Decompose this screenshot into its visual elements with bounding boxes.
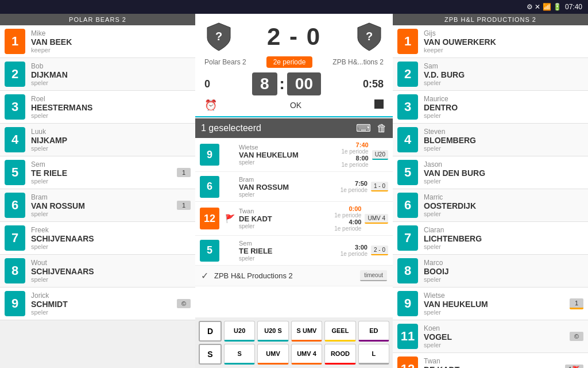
period-badge[interactable]: 2e periode (266, 56, 313, 68)
right-panel-header: ZPB H&L PRODUCTIONS 2 (393, 14, 588, 25)
list-item[interactable]: 1 Mike VAN BEEK keeper (0, 25, 195, 58)
player-last-name: BLOEMBERG (424, 136, 583, 145)
player-first-name: Maurice (424, 95, 583, 103)
player-role: speler (31, 210, 177, 217)
cards-section: D S U20U20 SS UMVGEELEDSUMVUMV 4ROODL (195, 317, 393, 368)
list-item[interactable]: 5 Jason VAN DEN BURG speler (393, 156, 588, 189)
list-item[interactable]: 6 Bram VAN ROSSUM speler 1 (0, 189, 195, 222)
list-item[interactable]: 6 Marric OOSTERDIJK speler (393, 189, 588, 222)
card-umv-button[interactable]: UMV (257, 344, 288, 365)
event-list: 9 Wietse VAN HEUKELUM speler 7:401e peri… (195, 138, 393, 266)
player-last-name: OOSTERDIJK (424, 201, 583, 210)
player-first-name: Ciaran (424, 226, 583, 234)
keyboard-icon[interactable]: ⌨ (356, 122, 371, 135)
list-item[interactable]: 5 Sem TE RIELE speler 1 (0, 156, 195, 189)
player-number: 2 (397, 62, 418, 87)
card-s-button[interactable]: S (224, 344, 255, 365)
events-header-label: 1 geselecteerd (201, 123, 261, 133)
player-first-name: Roel (31, 95, 191, 103)
event-first-name: Wietse (239, 144, 336, 151)
event-row[interactable]: 12🚩 Twan DE KADT speler 0:001e periode4:… (195, 202, 393, 236)
status-bar: ⚙ ✕ 📶 🔋 07:40 (0, 0, 588, 14)
list-item[interactable]: 7 Ciaran LICHTENBERG speler (393, 222, 588, 255)
event-last-name: DE KADT (239, 214, 330, 223)
event-row[interactable]: 9 Wietse VAN HEUKELUM speler 7:401e peri… (195, 138, 393, 172)
player-number: 1 (5, 29, 25, 54)
player-badge: 1 (177, 201, 191, 210)
list-item[interactable]: 9 Wietse VAN HEUKELUM speler 1 (393, 288, 588, 320)
list-item[interactable]: 7 Freek SCHIJVENAARS speler (0, 222, 195, 255)
ok-button[interactable]: OK (290, 101, 301, 110)
card-l-button[interactable]: L (358, 344, 389, 365)
player-info: Sem TE RIELE speler (31, 160, 177, 185)
card-sumv-button[interactable]: S UMV (291, 321, 322, 342)
left-panel-header: POLAR BEARS 2 (0, 14, 195, 25)
list-item[interactable]: 9 Jorick SCHMIDT speler © (0, 288, 195, 320)
player-role: speler (424, 178, 583, 185)
trash-icon[interactable]: 🗑 (377, 122, 387, 135)
list-item[interactable]: 3 Roel HEESTERMANS speler (0, 91, 195, 124)
card-s-button[interactable]: S (199, 344, 222, 365)
timer-right: 0:58 (363, 78, 384, 90)
list-item[interactable]: 2 Sam V.D. BURG speler (393, 58, 588, 91)
player-role: speler (31, 243, 191, 250)
event-row[interactable]: 6 Bram VAN ROSSUM speler 7:501e periode1… (195, 172, 393, 202)
timer-seconds[interactable]: 00 (287, 72, 321, 95)
card-rood-button[interactable]: ROOD (324, 344, 355, 365)
player-info: Steven BLOEMBERG speler (424, 128, 583, 152)
card-u20-button[interactable]: U20 (224, 321, 255, 342)
alarm-icon[interactable]: ⏰ (204, 99, 217, 112)
player-last-name: LICHTENBERG (424, 234, 583, 243)
event-info: Wietse VAN HEUKELUM speler (239, 144, 336, 166)
team-left-name: Polar Bears 2 (204, 58, 246, 66)
player-number: 9 (5, 291, 25, 316)
card-umv4-button[interactable]: UMV 4 (291, 344, 322, 365)
event-flag-icon: 🚩 (224, 213, 235, 224)
player-last-name: VAN DEN BURG (424, 168, 583, 178)
player-first-name: Sam (424, 62, 583, 70)
player-number: 8 (5, 258, 25, 283)
player-role: speler (424, 112, 583, 119)
card-geel-button[interactable]: GEEL (324, 321, 355, 342)
player-role: speler (424, 342, 570, 348)
status-icons: ⚙ ✕ 📶 🔋 (527, 3, 562, 11)
card-ed-button[interactable]: ED (358, 321, 389, 342)
player-role: speler (31, 178, 177, 185)
event-flag-icon (224, 181, 235, 193)
list-item[interactable]: 3 Maurice DENTRO speler (393, 91, 588, 124)
player-role: speler (31, 309, 177, 316)
timer-minutes[interactable]: 8 (252, 72, 277, 95)
player-number: 7 (397, 225, 418, 251)
list-item[interactable]: 4 Steven BLOEMBERG speler (393, 124, 588, 156)
event-role: speler (239, 255, 336, 262)
player-number: 4 (397, 127, 418, 152)
card-u20s-button[interactable]: U20 S (257, 321, 288, 342)
player-info: Wietse VAN HEUKELUM speler (424, 292, 570, 316)
event-times: 7:501e periode (341, 180, 368, 193)
event-number: 9 (200, 144, 219, 166)
player-last-name: V.D. BURG (424, 70, 583, 79)
player-first-name: Sem (31, 160, 177, 168)
left-player-list: 1 Mike VAN BEEK keeper 2 Bob DIJKMAN spe… (0, 25, 195, 368)
list-item[interactable]: 8 Wout SCHIJVENAARS speler (0, 255, 195, 288)
event-badge: UMV 4 (365, 214, 388, 224)
list-item[interactable]: 2 Bob DIJKMAN speler (0, 58, 195, 91)
stop-button[interactable] (374, 99, 384, 111)
player-role: keeper (424, 47, 583, 53)
event-row[interactable]: 5 Sem TE RIELE speler 3:001e periode2 - … (195, 236, 393, 266)
event-period2: 1e periode (334, 225, 361, 232)
main-layout: POLAR BEARS 2 1 Mike VAN BEEK keeper 2 B… (0, 14, 588, 368)
player-role: speler (424, 145, 583, 152)
list-item[interactable]: 1 Gijs VAN OUWERKERK keeper (393, 25, 588, 58)
card-d-button[interactable]: D (199, 321, 222, 342)
list-item[interactable]: 11 Koen VOGEL speler © (393, 320, 588, 353)
team-event-row[interactable]: ✓ ZPB H&L Productions 2 timeout (195, 266, 393, 286)
list-item[interactable]: 12 Twan DE KADT speler 1🚩 (393, 353, 588, 368)
event-period2: 1e periode (341, 162, 368, 168)
player-info: Koen VOGEL speler (424, 324, 570, 348)
checkmark-icon: ✓ (201, 270, 208, 281)
list-item[interactable]: 4 Luuk NIJKAMP speler (0, 124, 195, 156)
player-number: 3 (5, 94, 25, 120)
list-item[interactable]: 8 Marco BOOIJ speler (393, 255, 588, 288)
player-info: Maurice DENTRO speler (424, 95, 583, 119)
